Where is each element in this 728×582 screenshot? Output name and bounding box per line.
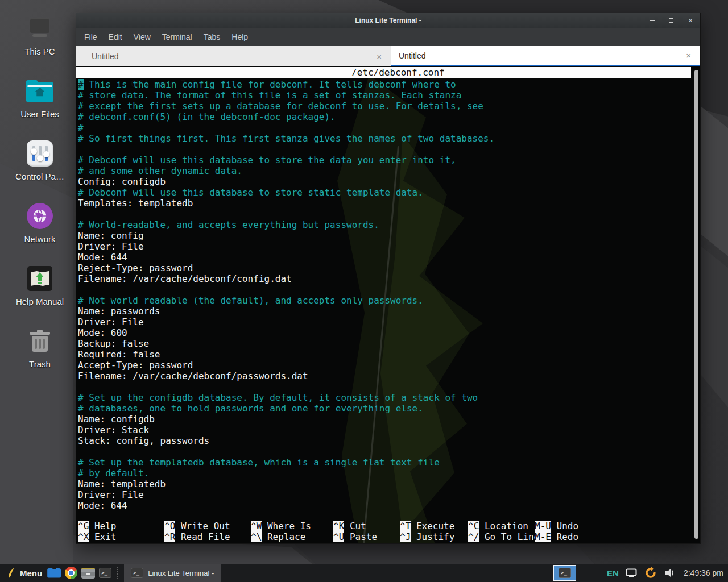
shortcut-key: ^T — [400, 521, 411, 531]
terminal-line: # and some other dynamic data. — [78, 165, 691, 176]
shortcut-key: ^O — [164, 521, 175, 531]
terminal-tab-1[interactable]: Untitled× — [76, 46, 391, 66]
tab-close-icon[interactable]: × — [684, 51, 693, 60]
nano-shortcut-where-is: ^W Where Is — [251, 521, 311, 531]
nano-shortcut-paste: ^U Paste — [333, 531, 377, 542]
terminal-line: # Not world readable (the default), and … — [78, 295, 691, 306]
file-manager-icon[interactable] — [80, 564, 97, 582]
nano-shortcut-go-to-line: ^/ Go To Line — [468, 531, 539, 542]
shortcut-label: Exit — [89, 531, 116, 542]
menu-item-tabs[interactable]: Tabs — [198, 32, 226, 41]
terminal-line: # by default. — [78, 468, 691, 479]
shortcut-key: ^W — [251, 521, 262, 531]
terminal-line: Mode: 644 — [78, 500, 691, 511]
desktop-icon-label: Network — [24, 234, 55, 244]
desktop-icon-user-files[interactable]: User Files — [6, 77, 74, 119]
desktop-icon-label: Help Manual — [16, 297, 64, 306]
terminal-line: # Set up the templatedb database, which … — [78, 457, 691, 468]
desktop-app-icon[interactable] — [46, 564, 63, 582]
menu-item-terminal[interactable]: Terminal — [156, 32, 198, 41]
nano-shortcut-exit: ^X Exit — [78, 531, 116, 542]
terminal-line: Name: templatedb — [78, 479, 691, 489]
nano-shortcut-read-file: ^R Read File — [164, 531, 230, 542]
desktop-icon-control-pa[interactable]: Control Pa… — [6, 140, 74, 181]
shortcut-label: Paste — [344, 531, 377, 542]
shortcut-key: ^X — [78, 531, 89, 542]
start-menu-button[interactable]: Menu — [3, 564, 46, 582]
volume-icon[interactable] — [664, 568, 676, 578]
shortcut-key: ^G — [78, 521, 89, 531]
taskbar-window-button[interactable]: >_ Linux Lite Terminal - — [124, 564, 221, 582]
terminal-line: Accept-Type: password — [78, 360, 691, 371]
tab-close-icon[interactable]: × — [374, 52, 384, 61]
chrome-browser-icon[interactable] — [63, 564, 80, 582]
terminal-scrollbar[interactable] — [694, 70, 698, 539]
terminal-line — [78, 209, 691, 219]
terminal-line: Driver: File — [78, 489, 691, 500]
terminal-tab-2[interactable]: Untitled× — [391, 46, 700, 66]
terminal-launcher-icon[interactable]: >_ — [97, 564, 114, 582]
terminal-line: # databases, one to hold passwords and o… — [78, 403, 691, 414]
nano-shortcut-write-out: ^O Write Out — [164, 521, 230, 531]
menu-item-view[interactable]: View — [128, 32, 156, 41]
shortcut-label: Where Is — [262, 521, 311, 531]
shortcut-key: ^/ — [468, 531, 479, 542]
terminal-line: # This is the main config file for debco… — [78, 79, 691, 90]
shortcut-label: Location — [479, 521, 528, 531]
keyboard-layout-indicator[interactable]: EN — [607, 568, 619, 578]
folder-home-icon — [26, 77, 53, 105]
shortcut-key: ^K — [333, 521, 344, 531]
display-icon[interactable] — [626, 568, 637, 577]
nano-shortcut-undo: M-U Undo — [535, 521, 578, 531]
desktop-icon-trash[interactable]: Trash — [6, 327, 74, 369]
terminal-line: Filename: /var/cache/debconf/passwords.d… — [78, 371, 691, 381]
desktop-screen: This PCUser FilesControl Pa…NetworkHelp … — [0, 0, 728, 582]
terminal-icon: >_ — [131, 568, 143, 578]
taskbar-window-label: Linux Lite Terminal - — [148, 569, 214, 577]
terminal-content[interactable]: GNU nano 7.2 /etc/debconf.conf # This is… — [76, 66, 700, 543]
menu-bar: FileEditViewTerminalTabsHelp — [76, 28, 700, 46]
help-manual-icon — [26, 265, 53, 292]
nano-shortcut-cut: ^K Cut — [333, 521, 366, 531]
shortcut-key: ^\ — [251, 531, 262, 542]
terminal-line: Reject-Type: password — [78, 263, 691, 273]
desktop-icon-label: Trash — [29, 359, 51, 369]
desktop-icon-this-pc[interactable]: This PC — [6, 15, 74, 56]
shortcut-label: Cut — [344, 521, 366, 531]
desktop-icon-network[interactable]: Network — [6, 202, 74, 244]
terminal-window: Linux Lite Terminal - × FileEditViewTerm… — [76, 13, 701, 544]
shortcut-key: ^J — [400, 531, 411, 542]
maximize-button[interactable] — [667, 16, 675, 24]
desktop-icon-help-manual[interactable]: Help Manual — [6, 265, 74, 306]
menu-item-file[interactable]: File — [78, 32, 103, 41]
computer-icon — [26, 15, 53, 42]
terminal-line: Mode: 644 — [78, 252, 691, 263]
shortcut-label: Write Out — [175, 521, 230, 531]
trash-icon — [26, 327, 53, 355]
close-button[interactable]: × — [686, 16, 694, 24]
terminal-line: # — [78, 122, 691, 133]
nano-shortcut-location: ^C Location — [468, 521, 528, 531]
shortcut-label: Execute — [411, 521, 454, 531]
taskbar: Menu >_ >_ Linux Lite Terminal - >_ EN — [0, 564, 728, 582]
terminal-line: # Debconf will use this database to stor… — [78, 155, 691, 165]
update-notifier-icon[interactable] — [644, 566, 657, 580]
terminal-line: Required: false — [78, 349, 691, 360]
menu-item-help[interactable]: Help — [226, 32, 254, 41]
terminal-line — [78, 381, 691, 392]
window-titlebar[interactable]: Linux Lite Terminal - × — [76, 13, 700, 28]
tray-terminal-icon[interactable]: >_ — [553, 565, 576, 581]
terminal-line: Driver: Stack — [78, 425, 691, 435]
menu-item-edit[interactable]: Edit — [103, 32, 128, 41]
shortcut-label: Replace — [262, 531, 305, 542]
control-panel-icon — [26, 140, 53, 167]
shortcut-key: ^C — [468, 521, 479, 531]
shortcut-key: ^R — [164, 531, 175, 542]
tab-label: Untitled — [399, 51, 684, 60]
shortcut-label: Read File — [175, 531, 230, 542]
linux-lite-logo-icon — [7, 567, 16, 579]
clock[interactable]: 2:49:36 pm — [682, 568, 723, 577]
minimize-button[interactable] — [648, 16, 656, 24]
terminal-line: # debconf.conf(5) (in the debconf-doc pa… — [78, 111, 691, 122]
menu-label: Menu — [20, 568, 42, 578]
